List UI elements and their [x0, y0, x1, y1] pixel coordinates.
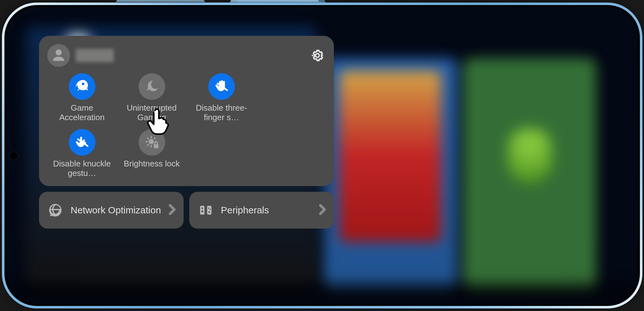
- toggle-disable-knuckle[interactable]: Disable knuckle gestu…: [47, 129, 117, 178]
- moon-icon: [144, 79, 160, 94]
- toggle-label: Uninterrupted Gaming: [119, 103, 185, 122]
- brightness-lock-icon: [144, 134, 160, 150]
- bottom-row: Network Optimization Peripherals: [39, 192, 334, 229]
- chevron-right-icon: [318, 203, 327, 217]
- game-assistant-overlay: Game Acceleration Uninterrupted Gaming: [39, 36, 334, 229]
- main-panel: Game Acceleration Uninterrupted Gaming: [39, 36, 334, 186]
- row-peripherals[interactable]: Peripherals: [189, 192, 334, 229]
- svg-point-3: [148, 139, 154, 145]
- toggle-uninterrupted-gaming[interactable]: Uninterrupted Gaming: [117, 73, 187, 122]
- svg-point-12: [210, 209, 211, 210]
- svg-point-7: [201, 208, 203, 209]
- settings-button[interactable]: [309, 47, 326, 64]
- svg-rect-4: [154, 144, 159, 148]
- username-redacted: [76, 49, 114, 62]
- user-icon: [51, 48, 66, 63]
- gear-icon: [310, 49, 324, 62]
- toggle-disable-three-finger[interactable]: Disable three-finger s…: [187, 73, 257, 122]
- three-finger-off-icon: [214, 79, 230, 94]
- toggle-brightness-lock[interactable]: Brightness lock: [117, 129, 187, 178]
- chevron-right-icon: [168, 203, 177, 217]
- svg-point-10: [208, 211, 210, 213]
- svg-rect-5: [200, 206, 205, 215]
- knuckle-off-icon: [74, 134, 90, 150]
- row-network-optimization[interactable]: Network Optimization: [39, 192, 184, 229]
- front-camera-notch: [9, 151, 18, 160]
- toggle-label: Game Acceleration: [49, 103, 115, 122]
- svg-rect-6: [207, 206, 211, 215]
- screen: Game Acceleration Uninterrupted Gaming: [7, 7, 638, 304]
- toggle-label: Disable three-finger s…: [188, 103, 255, 122]
- svg-point-11: [208, 208, 209, 209]
- toggle-label: Disable knuckle gestu…: [49, 159, 115, 178]
- phone-frame: Game Acceleration Uninterrupted Gaming: [2, 3, 642, 308]
- rocket-icon: [74, 79, 90, 94]
- row-label: Network Optimization: [71, 205, 168, 216]
- svg-point-0: [315, 54, 319, 57]
- avatar[interactable]: [47, 44, 70, 67]
- row-label: Peripherals: [221, 205, 318, 216]
- toggle-grid: Game Acceleration Uninterrupted Gaming: [47, 73, 326, 178]
- toggle-game-acceleration[interactable]: Game Acceleration: [47, 73, 117, 122]
- phone-bezel: Game Acceleration Uninterrupted Gaming: [4, 5, 640, 306]
- controller-icon: [196, 201, 215, 220]
- panel-header: [47, 43, 326, 68]
- svg-rect-9: [202, 211, 203, 212]
- globe-bolt-icon: [46, 201, 65, 220]
- toggle-label: Brightness lock: [124, 159, 179, 168]
